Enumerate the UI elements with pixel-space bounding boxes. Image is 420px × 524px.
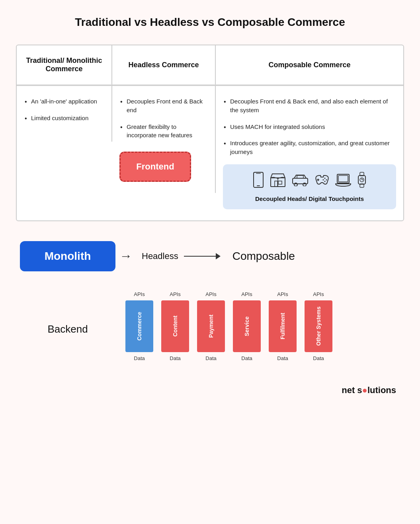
headless-long-arrow	[184, 253, 221, 259]
composable-label: Composable	[221, 250, 307, 263]
data-label-0: Data	[134, 355, 145, 361]
api-label-0: APIs	[134, 291, 145, 297]
header-traditional: Traditional/ Monolithic Commerce	[17, 45, 112, 85]
composable-item-1: Decouples Front end & Back end, and also…	[223, 97, 396, 115]
logo-area: net s●lutions	[16, 385, 404, 395]
monolith-box: Monolith	[20, 241, 115, 271]
svg-rect-10	[297, 175, 303, 178]
svg-rect-18	[338, 175, 348, 182]
gamepad-icon	[314, 174, 330, 189]
svg-point-16	[322, 179, 324, 180]
header-composable: Composable Commerce	[216, 45, 403, 85]
headless-label: Headless	[136, 251, 184, 261]
api-col-service: APIs Service Data	[231, 291, 263, 361]
backend-columns: APIs Commerce Data APIs Content Data API…	[123, 291, 400, 361]
watch-icon	[356, 171, 367, 191]
api-col-content: APIs Content Data	[159, 291, 191, 361]
logo-text: net s●lutions	[342, 385, 396, 395]
page-title: Traditional vs Headless vs Composable Co…	[16, 16, 404, 29]
logo-dot: ●	[362, 385, 367, 395]
svg-point-14	[326, 179, 327, 180]
api-col-payment: APIs Payment Data	[195, 291, 227, 361]
bar-payment: Payment	[197, 300, 225, 352]
api-col-other: APIs Other Systems Data	[303, 291, 334, 361]
traditional-list: An 'all-in-one' application Limited cust…	[24, 97, 104, 123]
col-headless: Decouples Front end & Back end Greater f…	[112, 86, 216, 193]
data-label-1: Data	[170, 355, 180, 361]
composable-item-3: Introduces greater agility, customizatio…	[223, 139, 396, 156]
device-icons	[229, 171, 391, 191]
api-col-fulfilment: APIs Fulfilment Data	[267, 291, 299, 361]
backend-section: Backend APIs Commerce Data APIs Content …	[16, 291, 404, 361]
data-label-3: Data	[241, 355, 252, 361]
bar-content: Content	[161, 300, 189, 352]
api-label-2: APIs	[205, 291, 216, 297]
col-composable: Decouples Front end & Back end, and also…	[216, 86, 403, 220]
store-icon	[270, 172, 286, 191]
svg-point-15	[324, 181, 325, 182]
headless-item-1: Decouples Front end & Back end	[119, 97, 208, 115]
frontend-box-container: Frontend	[119, 152, 208, 182]
backend-label: Backend	[47, 323, 88, 335]
api-col-commerce: APIs Commerce Data	[123, 291, 155, 361]
bar-service: Service	[233, 300, 261, 352]
bar-fulfilment: Fulfilment	[269, 300, 297, 352]
api-label-5: APIs	[313, 291, 324, 297]
composable-list: Decouples Front end & Back end, and also…	[223, 97, 396, 156]
header-headless: Headless Commerce	[112, 45, 216, 85]
api-label-1: APIs	[170, 291, 180, 297]
frontend-box: Frontend	[119, 152, 191, 182]
decoupled-label: Decoupled Heads/ Digital Touchpoints	[229, 195, 391, 202]
headless-list: Decouples Front end & Back end Greater f…	[119, 97, 208, 140]
car-icon	[291, 173, 309, 189]
api-label-3: APIs	[241, 291, 252, 297]
composable-item-2: Uses MACH for integrated solutions	[223, 123, 396, 131]
comparison-table: Traditional/ Monolithic Commerce Headles…	[16, 45, 404, 221]
monolith-arrow: →	[119, 249, 132, 263]
data-label-4: Data	[277, 355, 288, 361]
composable-heads-area: Decoupled Heads/ Digital Touchpoints	[223, 164, 396, 209]
svg-rect-0	[254, 172, 263, 187]
svg-rect-1	[257, 185, 260, 186]
col-traditional: An 'all-in-one' application Limited cust…	[17, 86, 112, 142]
svg-rect-2	[256, 173, 261, 174]
traditional-item-1: An 'all-in-one' application	[24, 97, 104, 106]
headless-item-2: Greater flexibilty to incorporate new fe…	[119, 123, 208, 140]
traditional-item-2: Limited customization	[24, 114, 104, 123]
backend-label-col: Backend	[20, 291, 115, 335]
data-label-2: Data	[205, 355, 216, 361]
laptop-icon	[335, 173, 352, 190]
bar-other: Other Systems	[305, 300, 332, 352]
data-label-5: Data	[313, 355, 324, 361]
bar-commerce: Commerce	[125, 300, 153, 352]
page-wrapper: Traditional vs Headless vs Composable Co…	[0, 0, 420, 524]
monolith-row: Monolith → Headless Composable	[16, 241, 404, 271]
svg-rect-5	[275, 181, 277, 187]
api-label-4: APIs	[277, 291, 288, 297]
svg-rect-6	[278, 181, 282, 184]
svg-point-13	[324, 177, 325, 179]
mobile-icon	[252, 172, 265, 191]
